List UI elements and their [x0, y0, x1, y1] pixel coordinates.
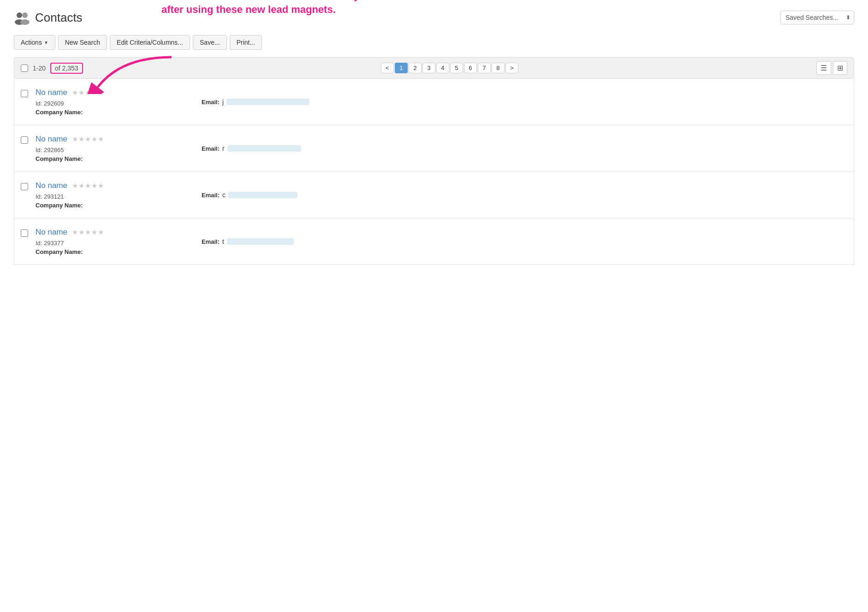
contact-name-row: No name ★★★★★	[36, 135, 183, 144]
star-rating: ★★★★★	[72, 135, 104, 143]
contact-right: Email: t	[202, 228, 847, 255]
star-icon: ★	[98, 88, 104, 97]
email-label: Email:	[202, 192, 220, 199]
contact-left: No name ★★★★★ Id: 292609 Company Name:	[36, 88, 183, 116]
actions-button[interactable]: Actions ▼	[14, 35, 55, 50]
email-prefix: t	[222, 238, 224, 245]
page-next-button[interactable]: >	[505, 63, 518, 73]
star-icon: ★	[91, 135, 97, 143]
star-icon: ★	[91, 182, 97, 190]
email-label: Email:	[202, 238, 220, 245]
svg-point-0	[17, 12, 22, 18]
star-icon: ★	[91, 228, 97, 236]
contact-checkbox-3[interactable]	[21, 230, 28, 237]
contact-info: No name ★★★★★ Id: 292865 Company Name: E…	[36, 135, 847, 162]
email-blurred	[226, 99, 309, 105]
svg-point-2	[22, 12, 28, 18]
star-icon: ★	[72, 228, 78, 236]
page-7-button[interactable]: 7	[478, 63, 491, 73]
toolbar: Actions ▼ New Search Edit Criteria/Colum…	[14, 35, 854, 50]
view-toggles: ☰ ⊞	[816, 61, 847, 75]
contact-info: No name ★★★★★ Id: 293377 Company Name: E…	[36, 228, 847, 255]
page-prev-button[interactable]: <	[381, 63, 394, 73]
star-icon: ★	[72, 135, 78, 143]
svg-point-3	[20, 19, 30, 25]
table-row: No name ★★★★★ Id: 292609 Company Name: E…	[14, 79, 854, 125]
contact-email-row: Email: j	[202, 98, 847, 106]
annotation-line1: # of new email subscribers in first 30 d…	[161, 0, 365, 3]
star-icon: ★	[85, 182, 91, 190]
email-prefix: j	[222, 98, 224, 106]
contacts-icon	[14, 9, 30, 26]
email-blurred	[228, 192, 297, 198]
contact-id: Id: 292865	[36, 147, 183, 153]
contact-checkbox-0[interactable]	[21, 90, 28, 97]
contact-name[interactable]: No name	[36, 135, 67, 144]
saved-searches-wrapper[interactable]: Saved Searches...	[780, 11, 854, 24]
table-row: No name ★★★★★ Id: 292865 Company Name: E…	[14, 125, 854, 172]
contact-email-row: Email: t	[202, 238, 847, 245]
star-icon: ★	[72, 88, 78, 97]
contact-name-row: No name ★★★★★	[36, 181, 183, 190]
contact-email-row: Email: c	[202, 191, 847, 199]
print-button[interactable]: Print...	[230, 35, 262, 50]
star-rating: ★★★★★	[72, 228, 104, 236]
star-icon: ★	[78, 88, 84, 97]
actions-dropdown-arrow: ▼	[44, 40, 48, 45]
page-3-button[interactable]: 3	[422, 63, 435, 73]
email-blurred	[227, 145, 301, 152]
contact-checkbox-1[interactable]	[21, 136, 28, 144]
page-4-button[interactable]: 4	[436, 63, 449, 73]
contact-info: No name ★★★★★ Id: 292609 Company Name: E…	[36, 88, 847, 116]
star-icon: ★	[85, 228, 91, 236]
star-icon: ★	[78, 182, 84, 190]
select-all-checkbox[interactable]	[21, 65, 28, 72]
toolbar-section: Actions ▼ New Search Edit Criteria/Colum…	[14, 35, 854, 50]
contact-left: No name ★★★★★ Id: 293377 Company Name:	[36, 228, 183, 255]
star-icon: ★	[85, 88, 91, 97]
pagination-left: 1-20 of 2,353	[21, 63, 83, 74]
edit-criteria-button[interactable]: Edit Criteria/Columns...	[110, 35, 190, 50]
star-icon: ★	[78, 228, 84, 236]
star-icon: ★	[78, 135, 84, 143]
saved-searches-select[interactable]: Saved Searches...	[780, 11, 854, 24]
contact-list: No name ★★★★★ Id: 292609 Company Name: E…	[14, 79, 854, 265]
pagination-range: 1-20	[33, 65, 46, 72]
contact-id: Id: 293121	[36, 193, 183, 200]
contact-name[interactable]: No name	[36, 88, 67, 97]
pagination-bar: 1-20 of 2,353 < 1 2 3 4 5 6 7 8 > ☰ ⊞	[14, 57, 854, 79]
star-rating: ★★★★★	[72, 88, 104, 97]
contact-name-row: No name ★★★★★	[36, 228, 183, 237]
table-row: No name ★★★★★ Id: 293121 Company Name: E…	[14, 172, 854, 218]
save-button[interactable]: Save...	[193, 35, 227, 50]
pagination-pages: < 1 2 3 4 5 6 7 8 >	[381, 63, 518, 73]
contact-right: Email: j	[202, 88, 847, 116]
page-header: Contacts Saved Searches...	[14, 9, 854, 26]
new-search-button[interactable]: New Search	[58, 35, 107, 50]
page-1-button[interactable]: 1	[395, 63, 408, 73]
grid-view-button[interactable]: ⊞	[833, 61, 847, 75]
star-rating: ★★★★★	[72, 182, 104, 190]
contact-id: Id: 292609	[36, 100, 183, 107]
page-8-button[interactable]: 8	[492, 63, 505, 73]
contact-checkbox-2[interactable]	[21, 183, 28, 190]
star-icon: ★	[98, 182, 104, 190]
contact-company: Company Name:	[36, 248, 183, 255]
page-2-button[interactable]: 2	[409, 63, 422, 73]
email-label: Email:	[202, 145, 220, 152]
email-prefix: r	[222, 145, 225, 152]
star-icon: ★	[98, 228, 104, 236]
contact-left: No name ★★★★★ Id: 293121 Company Name:	[36, 181, 183, 209]
email-blurred	[227, 238, 294, 245]
contact-name[interactable]: No name	[36, 181, 67, 190]
page-6-button[interactable]: 6	[464, 63, 477, 73]
star-icon: ★	[91, 88, 97, 97]
email-label: Email:	[202, 99, 220, 106]
title-area: Contacts	[14, 9, 83, 26]
list-view-button[interactable]: ☰	[816, 61, 831, 75]
contact-name[interactable]: No name	[36, 228, 67, 237]
contact-left: No name ★★★★★ Id: 292865 Company Name:	[36, 135, 183, 162]
record-count-box: of 2,353	[50, 63, 83, 74]
page-title: Contacts	[35, 11, 83, 25]
page-5-button[interactable]: 5	[450, 63, 463, 73]
